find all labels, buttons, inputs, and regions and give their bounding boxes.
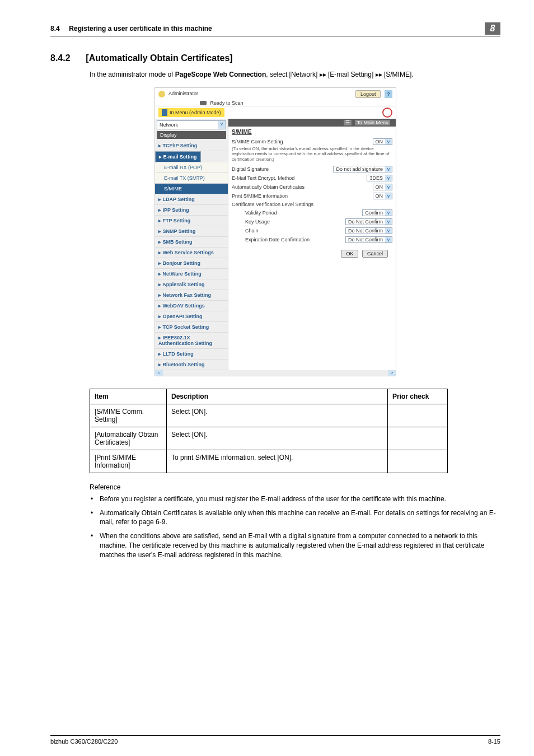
sidebar-subitem[interactable]: E-mail TX (SMTP)	[155, 173, 228, 184]
chevron-down-icon: v	[218, 121, 226, 129]
select-field[interactable]: Confirmv	[362, 209, 392, 216]
reference-bullet: Before you register a certificate, you m…	[90, 494, 500, 504]
select-value: 3DES	[367, 175, 385, 181]
select-field[interactable]: Do not add signaturev	[333, 166, 392, 172]
nav-sidebar: Network v Display ▸ TCP/IP Setting▸ E-ma…	[155, 119, 228, 370]
form-label: Validity Period	[245, 210, 362, 216]
form-row: Validity PeriodConfirmv	[235, 208, 396, 217]
reference-bullet: When the conditions above are satisfied,…	[90, 531, 500, 559]
display-button[interactable]: Display	[157, 131, 226, 139]
page-footer: bizhub C360/C280/C220 8-15	[50, 735, 500, 745]
chevron-down-icon: v	[385, 193, 392, 199]
select-value: ON	[373, 193, 386, 199]
sidebar-item[interactable]: ▸ SMB Setting	[155, 237, 228, 248]
sidebar-item[interactable]: ▸ Network Fax Setting	[155, 290, 228, 301]
chevron-down-icon: v	[385, 175, 392, 181]
sidebar-item[interactable]: ▸ E-mail Setting	[155, 151, 201, 162]
section-title: [Automatically Obtain Certificates]	[86, 53, 232, 63]
sidebar-item[interactable]: ▸ TCP/IP Setting	[155, 141, 228, 151]
select-field[interactable]: ONv	[373, 138, 393, 145]
network-dropdown[interactable]: Network v	[157, 120, 226, 129]
table-cell: To print S/MIME information, select [ON]…	[167, 450, 388, 473]
table-cell: [S/MIME Comm. Setting]	[90, 404, 167, 427]
section-number: 8.4.2	[50, 53, 84, 63]
th-item: Item	[90, 389, 167, 404]
select-field[interactable]: Do Not Confirmv	[345, 218, 392, 225]
panel-heading: S/MIME	[232, 129, 392, 135]
chevron-down-icon: v	[385, 219, 392, 225]
scroll-left-icon[interactable]: <	[155, 370, 163, 376]
sidebar-item[interactable]: ▸ OpenAPI Setting	[155, 311, 228, 322]
form-row: ChainDo Not Confirmv	[235, 226, 396, 235]
sidebar-item[interactable]: ▸ IPP Setting	[155, 205, 228, 216]
sidebar-item[interactable]: ▸ LLTD Setting	[155, 349, 228, 360]
form-row: Print S/MIME informationONv	[228, 192, 396, 200]
form-label: Automatically Obtain Certificates	[232, 184, 373, 190]
logout-button[interactable]: Logout	[355, 90, 381, 98]
printer-icon	[200, 101, 207, 105]
table-cell: Select [ON].	[167, 404, 388, 427]
network-dropdown-label: Network	[157, 121, 218, 129]
select-field[interactable]: 3DESv	[367, 175, 392, 181]
table-cell: [Print S/MIME Information]	[90, 450, 167, 473]
select-field[interactable]: ONv	[373, 193, 393, 199]
form-label: Expiration Date Confirmation	[245, 237, 345, 242]
scrollbar[interactable]: < >	[155, 370, 396, 376]
sidebar-item[interactable]: ▸ NetWare Setting	[155, 269, 228, 279]
form-label: S/MIME Comm Setting	[232, 139, 373, 144]
table-cell: Select [ON].	[167, 427, 388, 450]
table-cell	[388, 404, 448, 427]
refresh-icon[interactable]	[382, 108, 392, 118]
footer-left: bizhub C360/C280/C220	[50, 738, 118, 745]
select-value: Do not add signature	[334, 166, 385, 172]
form-label: E-Mail Text Encrypt. Method	[232, 175, 367, 181]
sidebar-item[interactable]: ▸ LDAP Setting	[155, 194, 228, 205]
to-main-menu-button[interactable]: ☰ To Main Menu	[228, 119, 396, 127]
sidebar-item[interactable]: ▸ TCP Socket Setting	[155, 322, 228, 333]
sidebar-item[interactable]: ▸ FTP Setting	[155, 216, 228, 226]
select-value: Do Not Confirm	[346, 219, 385, 225]
cert-heading: Certificate Verification Level Settings	[232, 202, 392, 207]
reference-label: Reference	[90, 483, 500, 491]
sidebar-item[interactable]: ▸ SNMP Setting	[155, 226, 228, 237]
select-field[interactable]: Do Not Confirmv	[345, 236, 392, 243]
chapter-badge: 8	[485, 22, 500, 35]
select-field[interactable]: Do Not Confirmv	[345, 227, 392, 234]
menu-icon: ☰	[344, 120, 352, 125]
sidebar-item[interactable]: ▸ Bluetooth Setting	[155, 360, 228, 370]
ok-button[interactable]: OK	[341, 250, 358, 258]
select-value: ON	[373, 184, 386, 190]
intro-prefix: In the administrator mode of	[90, 71, 175, 78]
form-row: E-Mail Text Encrypt. Method3DESv	[228, 174, 396, 183]
chevron-down-icon: v	[385, 237, 392, 242]
sidebar-subitem[interactable]: S/MIME	[155, 184, 228, 194]
scroll-right-icon[interactable]: >	[388, 370, 396, 376]
form-label: Digital Signature	[232, 166, 333, 172]
select-value: ON	[373, 139, 386, 144]
sidebar-item[interactable]: ▸ Bonjour Setting	[155, 258, 228, 269]
select-field[interactable]: ONv	[373, 184, 393, 190]
table-cell	[388, 450, 448, 473]
header-title: Registering a user certificate in this m…	[69, 25, 212, 32]
select-value: Do Not Confirm	[346, 228, 385, 234]
reference-bullet: Automatically Obtain Certificates is ava…	[90, 508, 500, 528]
sidebar-item[interactable]: ▸ AppleTalk Setting	[155, 279, 228, 290]
help-icon[interactable]: ?	[385, 90, 392, 98]
sidebar-subitem[interactable]: E-mail RX (POP)	[155, 162, 228, 173]
sidebar-item[interactable]: ▸ IEEE802.1X Authentication Setting	[155, 333, 228, 349]
th-prior: Prior check	[388, 389, 448, 404]
chevron-down-icon: v	[385, 184, 392, 190]
chevron-down-icon: v	[385, 210, 392, 216]
table-cell	[388, 427, 448, 450]
form-row: Automatically Obtain CertificatesONv	[228, 183, 396, 192]
header-section: 8.4	[50, 25, 60, 32]
form-label: Chain	[245, 228, 345, 234]
chevron-down-icon: v	[385, 166, 392, 172]
table-row: [Automatically Obtain Certificates]Selec…	[90, 427, 448, 450]
sidebar-item[interactable]: ▸ WebDAV Settings	[155, 301, 228, 311]
sidebar-item[interactable]: ▸ Web Service Settings	[155, 248, 228, 258]
page-header: 8.4 Registering a user certificate in th…	[50, 22, 500, 36]
table-row: [S/MIME Comm. Setting]Select [ON].	[90, 404, 448, 427]
cancel-button[interactable]: Cancel	[362, 250, 388, 258]
description-table: Item Description Prior check [S/MIME Com…	[90, 389, 448, 473]
